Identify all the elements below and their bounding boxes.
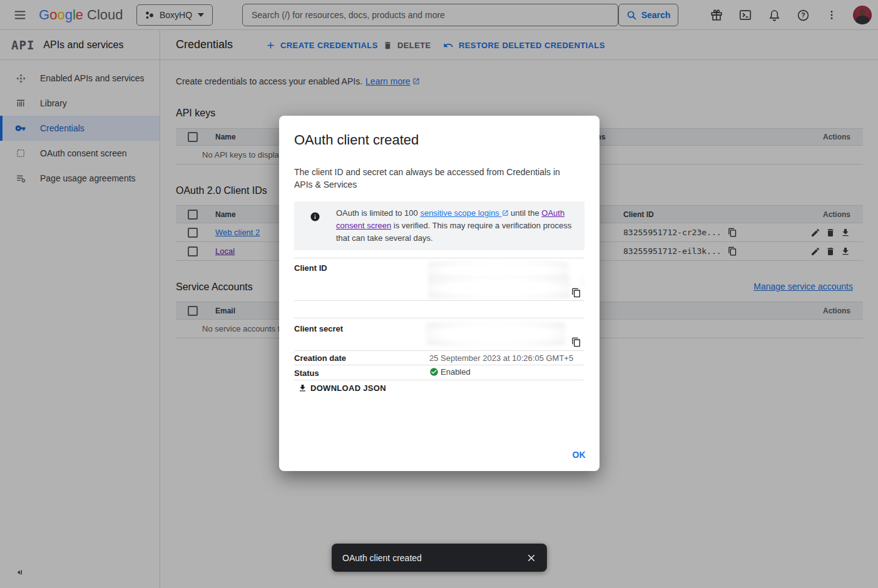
sensitive-scope-logins-link[interactable]: sensitive scope logins xyxy=(420,208,508,218)
close-icon[interactable] xyxy=(526,552,537,564)
toast-notification: OAuth client created xyxy=(332,544,547,572)
copy-client-id-icon[interactable] xyxy=(571,288,581,298)
info-text-pre: OAuth is limited to 100 xyxy=(336,208,420,218)
redacted-client-id-value xyxy=(568,277,584,286)
divider xyxy=(294,258,584,258)
client-id-label: Client ID xyxy=(294,263,327,273)
redacted-client-id-value xyxy=(428,278,571,298)
creation-date-label: Creation date xyxy=(294,353,346,363)
download-json-label: DOWNLOAD JSON xyxy=(310,383,386,393)
oauth-client-created-dialog: OAuth client created The client ID and s… xyxy=(279,116,600,471)
status-value: Enabled xyxy=(429,367,471,377)
ok-button[interactable]: OK xyxy=(572,450,586,460)
info-icon xyxy=(310,211,320,222)
external-link-icon xyxy=(502,210,509,216)
download-json-button[interactable]: DOWNLOAD JSON xyxy=(298,383,386,393)
divider xyxy=(294,350,584,351)
sensitive-scope-logins-label: sensitive scope logins xyxy=(420,208,499,218)
redacted-client-id-value xyxy=(428,262,568,279)
redacted-client-secret-value xyxy=(426,323,565,345)
dialog-title: OAuth client created xyxy=(294,132,419,148)
info-text-mid: until the xyxy=(509,208,542,218)
divider xyxy=(294,300,584,301)
status-label: Status xyxy=(294,368,319,378)
status-text: Enabled xyxy=(441,367,471,377)
client-secret-label: Client secret xyxy=(294,324,343,333)
info-banner: OAuth is limited to 100 sensitive scope … xyxy=(294,201,584,250)
dialog-description: The client ID and secret can always be a… xyxy=(294,166,573,191)
divider xyxy=(294,318,584,318)
page-root: Google Cloud BoxyHQ Search ? xyxy=(0,0,878,588)
creation-date-value: 25 September 2023 at 10:26:05 GMT+5 xyxy=(429,353,573,363)
check-circle-icon xyxy=(429,367,439,377)
info-text: OAuth is limited to 100 sensitive scope … xyxy=(336,207,574,245)
divider xyxy=(294,365,584,365)
download-icon xyxy=(298,383,307,393)
divider xyxy=(294,380,584,380)
copy-client-secret-icon[interactable] xyxy=(571,337,581,347)
toast-message: OAuth client created xyxy=(342,553,526,563)
